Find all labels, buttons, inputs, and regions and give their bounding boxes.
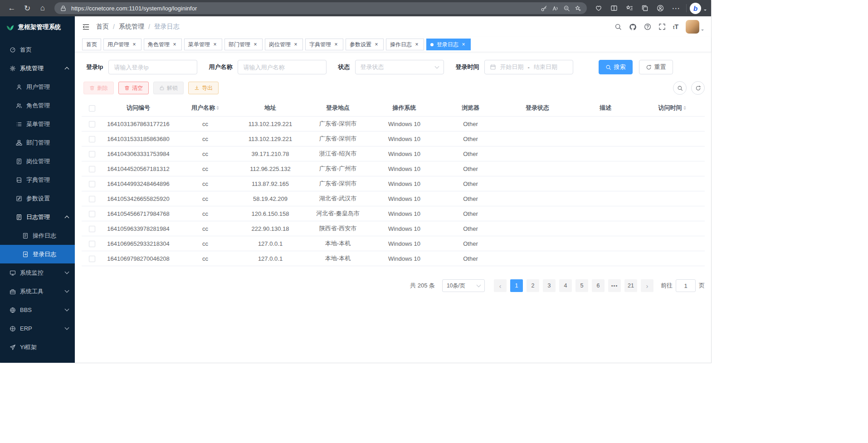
user-avatar[interactable] <box>686 20 704 34</box>
end-date-placeholder[interactable]: 结束日期 <box>534 63 557 71</box>
unlock-button[interactable]: 解锁 <box>153 82 184 94</box>
breadcrumb-label[interactable]: 系统管理 <box>119 23 144 31</box>
sidebar-item[interactable]: 用户管理 <box>0 78 75 96</box>
browser-profile-icon[interactable] <box>653 2 668 15</box>
fullscreen-icon[interactable] <box>658 23 666 30</box>
row-checkbox[interactable] <box>89 166 95 172</box>
tab[interactable]: 首页 <box>82 39 101 50</box>
sidebar-item[interactable]: 登录日志 <box>0 245 75 263</box>
login-ip-input[interactable] <box>108 60 197 74</box>
sidebar-item[interactable]: Yi框架 <box>0 338 75 356</box>
search-button[interactable]: 搜索 <box>599 60 633 74</box>
browser-home-button[interactable]: ⌂ <box>35 2 50 15</box>
page-button[interactable]: 1 <box>510 279 523 292</box>
row-checkbox[interactable] <box>89 196 95 202</box>
page-button[interactable]: 4 <box>559 279 572 292</box>
tab[interactable]: 角色管理 <box>144 39 182 50</box>
sidebar-item[interactable]: BBS <box>0 301 75 319</box>
address-bar[interactable]: https://ccnetcore.com:1101/system/log/lo… <box>54 2 587 14</box>
browser-menu-icon[interactable]: ⋯ <box>668 2 683 15</box>
back-button[interactable]: ← <box>5 2 19 15</box>
tab-close-icon[interactable] <box>293 41 299 48</box>
sidebar-item[interactable]: 操作日志 <box>0 226 75 245</box>
tab-close-icon[interactable] <box>171 41 178 48</box>
sidebar-item[interactable]: 部门管理 <box>0 133 75 152</box>
start-date-placeholder[interactable]: 开始日期 <box>500 63 524 71</box>
split-screen-icon[interactable] <box>607 2 621 15</box>
copilot-caret-icon[interactable] <box>704 10 707 12</box>
breadcrumb-label[interactable]: 登录日志 <box>154 23 180 31</box>
breadcrumb-item[interactable]: 登录日志 <box>154 23 180 31</box>
copilot-icon[interactable]: b <box>690 3 701 14</box>
tab[interactable]: 菜单管理 <box>184 39 222 50</box>
site-info-lock-icon[interactable] <box>60 5 67 12</box>
sidebar-item[interactable]: 岗位管理 <box>0 152 75 170</box>
row-checkbox[interactable] <box>89 256 95 262</box>
avatar-image[interactable] <box>686 20 699 34</box>
font-size-icon[interactable] <box>673 23 678 30</box>
page-size-select[interactable]: 10条/页 <box>442 279 485 292</box>
row-checkbox[interactable] <box>89 181 95 187</box>
page-button[interactable]: ••• <box>608 279 621 292</box>
tab[interactable]: 参数设置 <box>346 39 384 50</box>
row-checkbox[interactable] <box>89 136 95 142</box>
tab[interactable]: 岗位管理 <box>265 39 303 50</box>
row-checkbox[interactable] <box>89 241 95 247</box>
fold-menu-button[interactable] <box>82 23 90 31</box>
sidebar-item[interactable]: ERP <box>0 319 75 338</box>
prev-page-button[interactable]: ‹ <box>494 279 507 292</box>
password-key-icon[interactable] <box>541 5 547 12</box>
sidebar-item[interactable]: 菜单管理 <box>0 115 75 133</box>
sidebar-item[interactable]: 日志管理 <box>0 208 75 226</box>
column-header-sortable[interactable]: 访问时间 <box>639 104 705 112</box>
username-input[interactable] <box>238 60 327 74</box>
tab[interactable]: 字典管理 <box>305 39 343 50</box>
tab[interactable]: 操作日志 <box>386 39 424 50</box>
tab-close-icon[interactable] <box>414 41 420 48</box>
page-button[interactable]: 2 <box>527 279 539 292</box>
sidebar-item[interactable]: 参数设置 <box>0 189 75 208</box>
delete-button[interactable]: 删除 <box>83 82 114 94</box>
export-button[interactable]: 导出 <box>188 82 219 94</box>
tab-close-icon[interactable] <box>252 41 258 48</box>
toggle-search-button[interactable] <box>673 81 687 95</box>
tab-close-icon[interactable] <box>460 41 467 48</box>
sidebar-item[interactable]: 系统监控 <box>0 263 75 282</box>
tab-close-icon[interactable] <box>373 41 380 48</box>
row-checkbox[interactable] <box>89 211 95 217</box>
sidebar-item[interactable]: 首页 <box>0 40 75 59</box>
sidebar-item[interactable]: 角色管理 <box>0 96 75 115</box>
reset-button[interactable]: 重置 <box>639 60 673 74</box>
breadcrumb-item[interactable]: 首页 / <box>96 23 119 31</box>
sidebar-item[interactable]: 字典管理 <box>0 170 75 189</box>
page-button[interactable]: 6 <box>592 279 605 292</box>
tab[interactable]: 部门管理 <box>224 39 263 50</box>
tab-close-icon[interactable] <box>212 41 218 48</box>
github-icon[interactable] <box>629 23 637 31</box>
read-aloud-icon[interactable] <box>552 5 559 12</box>
favorites-add-icon[interactable] <box>575 5 581 12</box>
tab-close-icon[interactable] <box>333 41 339 48</box>
row-checkbox[interactable] <box>89 121 95 127</box>
breadcrumb-item[interactable]: 系统管理 / <box>119 23 154 31</box>
favorites-icon[interactable] <box>622 2 637 15</box>
column-header-sortable[interactable]: 用户名称 <box>175 104 236 112</box>
zoom-out-icon[interactable] <box>563 5 570 12</box>
sidebar-item[interactable]: 系统工具 <box>0 282 75 301</box>
sidebar-item[interactable]: 系统管理 <box>0 59 75 78</box>
refresh-table-button[interactable] <box>691 81 705 95</box>
row-checkbox[interactable] <box>89 226 95 232</box>
date-range-picker[interactable]: 开始日期 - 结束日期 <box>484 60 573 74</box>
search-icon[interactable] <box>614 23 622 30</box>
tab[interactable]: 用户管理 <box>103 39 141 50</box>
help-icon[interactable] <box>644 23 651 30</box>
select-all-checkbox[interactable] <box>89 105 95 112</box>
page-button[interactable]: 21 <box>624 279 637 292</box>
next-page-button[interactable]: › <box>641 279 653 292</box>
reload-button[interactable]: ↻ <box>20 2 34 15</box>
row-checkbox[interactable] <box>89 151 95 157</box>
tab-close-icon[interactable] <box>131 41 137 48</box>
page-button[interactable]: 5 <box>575 279 588 292</box>
clear-button[interactable]: 清空 <box>118 82 149 94</box>
status-select[interactable]: 登录状态 <box>355 60 444 74</box>
